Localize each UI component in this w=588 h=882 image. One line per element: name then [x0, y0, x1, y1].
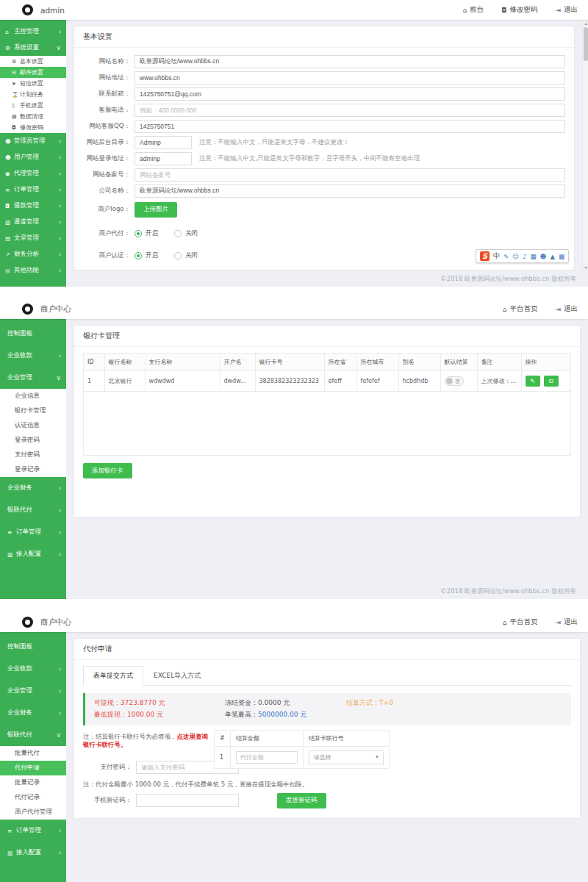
- sidebar-item-dashboard[interactable]: 控制面板: [0, 323, 66, 345]
- sidebar-item-main-control[interactable]: ⌂主控管理‹: [0, 24, 66, 40]
- submenu-item-basic-settings[interactable]: ⚙基本设置: [0, 56, 66, 67]
- auth-off-radio[interactable]: 关闭: [174, 251, 198, 260]
- auth-on-radio[interactable]: 开启: [135, 251, 158, 260]
- sidebar-item-channel-management[interactable]: ▥通道管理‹: [0, 214, 66, 230]
- submenu-item-bankcard-management[interactable]: 银行卡管理: [0, 404, 66, 418]
- payout-on-radio[interactable]: 开启: [135, 229, 158, 238]
- submenu-item-change-password[interactable]: ◘修改密码: [0, 122, 66, 133]
- login-addr-input[interactable]: [135, 152, 192, 165]
- merchant-auth-label: 商户认证：: [83, 252, 130, 259]
- cell-account-name: dwdw...: [220, 371, 255, 392]
- sidebar-item-system-settings[interactable]: ⚙系统设置∨: [0, 40, 66, 56]
- upload-image-button[interactable]: 上传图片: [135, 202, 177, 218]
- service-phone-input[interactable]: [135, 104, 565, 117]
- col-settle-amount: 结算金额: [230, 730, 303, 746]
- ime-language-indicator[interactable]: 中: [493, 251, 500, 261]
- logout-link[interactable]: ⇥退出: [555, 617, 578, 627]
- microphone-icon[interactable]: ♪: [523, 253, 526, 260]
- send-code-button[interactable]: 发送验证码: [277, 793, 326, 808]
- skin-icon[interactable]: ▲: [550, 253, 555, 260]
- default-settle-toggle[interactable]: 否: [445, 376, 464, 386]
- scrollbar[interactable]: ▴▾: [582, 20, 588, 270]
- logout-link[interactable]: ⇥退出: [555, 5, 578, 15]
- contact-email-input[interactable]: [135, 87, 565, 101]
- form-row: 公司名称：: [83, 183, 565, 199]
- tab-form-submit[interactable]: 表单提交方式: [83, 666, 143, 686]
- contact-email-label: 联系邮箱：: [83, 90, 130, 98]
- sidebar-item-unionpay-payout[interactable]: 银联代付∨: [0, 724, 66, 746]
- company-name-input[interactable]: [135, 184, 565, 198]
- sidebar-item-access-config[interactable]: ▥接入配置‹: [0, 842, 66, 864]
- person-icon[interactable]: ☻: [540, 253, 547, 260]
- emoji-icon[interactable]: ☺: [512, 253, 519, 260]
- cell-bank-code: 请选择▾: [303, 746, 389, 768]
- sidebar-item-finance-analysis[interactable]: ↗财务分析‹: [0, 246, 66, 262]
- sidebar-item-agent-management[interactable]: ◉代理管理‹: [0, 165, 66, 182]
- admin-dir-input[interactable]: [135, 136, 192, 149]
- submenu-item-login-records[interactable]: 登录记录: [0, 462, 66, 477]
- logout-link[interactable]: ⇥退出: [555, 304, 578, 314]
- submenu-item-sms-settings[interactable]: ➤短信设置: [0, 78, 66, 89]
- payout-amount-input[interactable]: [236, 751, 298, 764]
- submenu-item-payout-records[interactable]: 代付记录: [0, 790, 66, 805]
- sidebar-item-dashboard[interactable]: 控制面板: [0, 636, 66, 658]
- platform-home-link[interactable]: ⌂平台首页: [503, 304, 538, 314]
- add-bankcard-button[interactable]: 添加银行卡: [83, 463, 132, 478]
- scroll-up-icon[interactable]: ▴: [583, 20, 588, 26]
- sidebar-item-enterprise-management[interactable]: 企业管理∨: [0, 367, 66, 389]
- service-qq-input[interactable]: [135, 120, 565, 133]
- icp-input[interactable]: [135, 168, 565, 182]
- sidebar-item-enterprise-management[interactable]: 企业管理‹: [0, 680, 66, 702]
- scroll-down-icon[interactable]: ▾: [583, 264, 588, 270]
- site-name-input[interactable]: [135, 55, 565, 68]
- submenu-item-payout-request[interactable]: 代付申请: [0, 761, 66, 775]
- pen-icon[interactable]: ✎: [503, 253, 509, 260]
- cell-remark: 上次修改：...: [477, 371, 521, 392]
- submenu-item-pay-password[interactable]: 支付密码: [0, 448, 66, 462]
- change-password-link[interactable]: ◘修改密码: [501, 5, 537, 15]
- sidebar-item-enterprise-finance[interactable]: 企业财务‹: [0, 702, 66, 724]
- submenu-item-enterprise-info[interactable]: 企业信息: [0, 389, 66, 404]
- sidebar-item-article-management[interactable]: ▤文章管理‹: [0, 230, 66, 246]
- sidebar-item-order-management[interactable]: ≡订单管理‹: [0, 820, 66, 842]
- bank-code-select[interactable]: 请选择▾: [309, 750, 384, 764]
- keyboard-icon[interactable]: ▦: [531, 253, 537, 260]
- tab-excel-import[interactable]: EXCEL导入方式: [143, 666, 211, 686]
- sidebar-item-order-management[interactable]: ≡订单管理‹: [0, 182, 66, 198]
- frontend-link[interactable]: ⌂前台: [463, 5, 484, 15]
- submenu-item-mail-settings[interactable]: ✉邮件设置: [0, 67, 66, 78]
- submenu-item-batch-payout[interactable]: 批量代付: [0, 746, 66, 761]
- sidebar-item-enterprise-finance[interactable]: 企业财务‹: [0, 477, 66, 499]
- sidebar-item-unionpay-payout[interactable]: 银联代付‹: [0, 499, 66, 521]
- company-name-label: 公司名称：: [83, 187, 130, 195]
- submenu-item-batch-records[interactable]: 批量记录: [0, 775, 66, 790]
- submenu-item-data-cleanup[interactable]: ▤数据清理: [0, 111, 66, 122]
- sidebar-item-collection[interactable]: 企业收款‹: [0, 345, 66, 367]
- sidebar-item-other-functions[interactable]: ◎其他功能‹: [0, 262, 66, 279]
- payout-off-radio[interactable]: 关闭: [174, 229, 198, 238]
- sidebar-item-withdraw-management[interactable]: ◘提款管理‹: [0, 198, 66, 214]
- home-icon: ⌂: [503, 619, 507, 626]
- chevron-left-icon: ‹: [58, 827, 61, 834]
- site-url-input[interactable]: [135, 71, 565, 85]
- sidebar-item-admin-management[interactable]: ☻管理员管理‹: [0, 133, 66, 149]
- sidebar-item-access-config[interactable]: ▥接入配置‹: [0, 543, 66, 565]
- submenu-item-mobile-settings[interactable]: ▯手机设置: [0, 100, 66, 111]
- edit-button[interactable]: ✎: [526, 376, 540, 387]
- sidebar-item-collection[interactable]: 企业收款‹: [0, 658, 66, 680]
- sms-code-input[interactable]: [136, 794, 239, 807]
- submenu-item-cron-tasks[interactable]: ⌛计划任务: [0, 89, 66, 100]
- scrollbar-thumb[interactable]: [584, 27, 588, 61]
- chevron-left-icon: ‹: [58, 352, 61, 359]
- submenu-item-auth-info[interactable]: 认证信息: [0, 418, 66, 433]
- radio-icon: [174, 252, 182, 259]
- delete-button[interactable]: ⊟: [544, 376, 559, 387]
- grid-icon[interactable]: ▩: [559, 253, 564, 260]
- submenu-item-login-password[interactable]: 登录密码: [0, 433, 66, 448]
- sidebar-item-user-management[interactable]: ☻用户管理‹: [0, 149, 66, 165]
- ime-toolbar[interactable]: S 中 ✎ ☺ ♪ ▦ ☻ ▲ ▩: [476, 249, 569, 263]
- platform-home-link[interactable]: ⌂平台首页: [503, 617, 538, 627]
- sidebar-item-order-management[interactable]: ≡订单管理‹: [0, 521, 66, 543]
- form-row: 联系邮箱：: [83, 86, 565, 102]
- submenu-item-merchant-payout-mgmt[interactable]: 商户代付管理: [0, 805, 66, 820]
